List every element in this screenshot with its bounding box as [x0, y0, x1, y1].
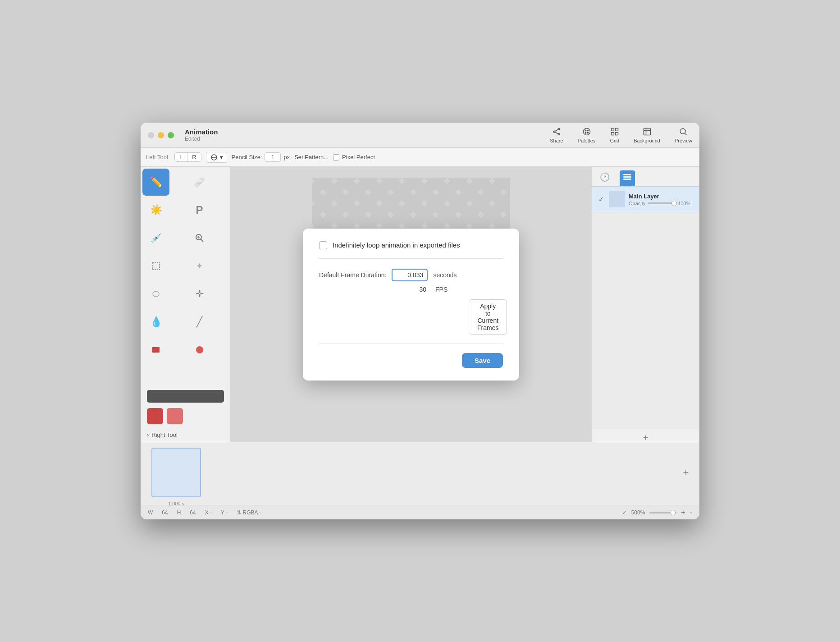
frame-duration-row: Default Frame Duration: seconds: [319, 269, 503, 281]
fill-tool[interactable]: 💧: [142, 308, 169, 335]
apply-row: Apply to Current Frames: [394, 299, 503, 335]
apply-to-current-frames-button[interactable]: Apply to Current Frames: [469, 299, 507, 335]
layer-check[interactable]: ✓: [597, 195, 605, 203]
svg-point-24: [153, 291, 159, 297]
color-swatch-row: [141, 404, 230, 428]
set-pattern-button[interactable]: Set Pattern...: [294, 154, 329, 160]
right-sidebar-tabs: 🕐: [592, 167, 699, 187]
pencil-size-label: Pencil Size:: [232, 154, 262, 160]
pixel-perfect-group: Pixel Perfect: [333, 154, 375, 160]
lasso-icon: [151, 289, 161, 299]
minimize-button[interactable]: [158, 132, 164, 138]
zoom-plus-button[interactable]: +: [681, 509, 685, 517]
foreground-color-swatch[interactable]: [147, 408, 163, 424]
zoom-slider[interactable]: [649, 512, 676, 514]
pixel-perfect-label: Pixel Perfect: [342, 154, 375, 160]
y-label: Y -: [221, 509, 228, 516]
color-mode: ⇅ RGBA -: [237, 509, 261, 516]
svg-point-26: [196, 346, 203, 353]
r-button[interactable]: R: [187, 153, 201, 161]
svg-rect-11: [615, 128, 618, 131]
right-sidebar: 🕐 ✓ Main Layer Opacity: [591, 167, 699, 442]
fps-label: FPS: [435, 286, 447, 293]
magnify-icon: [195, 233, 205, 243]
svg-rect-13: [615, 132, 618, 135]
circle-tool[interactable]: [186, 336, 213, 363]
sun-tool[interactable]: ☀️: [142, 197, 169, 224]
palettes-label: Palettes: [578, 138, 596, 143]
right-tool-row[interactable]: › Right Tool: [141, 428, 230, 442]
svg-point-1: [553, 131, 555, 132]
share-label: Share: [550, 138, 563, 143]
frame-duration-label: 1.000 s: [168, 501, 184, 506]
grid-action[interactable]: Grid: [610, 127, 619, 143]
modal-overlay: Indefinitely loop animation in exported …: [231, 167, 591, 442]
loop-checkbox[interactable]: [319, 241, 327, 249]
opacity-slider[interactable]: [648, 202, 675, 204]
eyedrop-tool[interactable]: 💉: [142, 225, 169, 252]
svg-rect-28: [623, 176, 631, 178]
pencil-size-unit: px: [283, 154, 290, 160]
mode-button[interactable]: ▾: [206, 152, 227, 163]
timeline-frame[interactable]: 1.000 s: [151, 448, 201, 497]
fps-row: 30 FPS: [394, 286, 503, 293]
app-title-subtitle: Edited: [185, 136, 218, 142]
app-title: Animation Edited: [185, 128, 218, 142]
canvas-area[interactable]: Indefinitely loop animation in exported …: [231, 167, 591, 442]
opacity-knob[interactable]: [671, 201, 677, 206]
zoom-value: 500%: [631, 509, 645, 516]
traffic-lights: [148, 132, 174, 138]
svg-rect-27: [623, 174, 631, 175]
pencil-size-input[interactable]: [265, 152, 281, 162]
select-tool[interactable]: [142, 252, 169, 280]
preview-label: Preview: [675, 138, 692, 143]
right-sidebar-empty: [592, 212, 699, 429]
maximize-button[interactable]: [168, 132, 174, 138]
animation-settings-modal: Indefinitely loop animation in exported …: [303, 229, 519, 381]
palettes-action[interactable]: Palettes: [578, 127, 596, 143]
lr-button-group: L R: [174, 152, 201, 162]
svg-rect-29: [623, 179, 631, 180]
line-tool[interactable]: ╱: [186, 308, 213, 335]
pencil-tool[interactable]: ✏️: [142, 169, 169, 196]
mode-icon: [210, 153, 218, 161]
tab-layers[interactable]: [620, 170, 635, 186]
l-button[interactable]: L: [175, 153, 187, 161]
tab-history[interactable]: 🕐: [597, 170, 612, 186]
frame-duration-label: Default Frame Duration:: [319, 271, 386, 279]
frame-duration-input[interactable]: [392, 269, 428, 281]
seconds-unit: seconds: [433, 271, 457, 279]
move-tool[interactable]: ✛: [186, 280, 213, 307]
text-tool[interactable]: P: [186, 197, 213, 224]
share-action[interactable]: Share: [550, 127, 563, 143]
sparkle-tool[interactable]: ✦: [186, 252, 213, 280]
layer-info: Main Layer Opacity 100%: [629, 193, 694, 206]
app-window: Animation Edited Share Palettes Grid Bac…: [141, 123, 699, 519]
pixel-perfect-checkbox[interactable]: [333, 154, 339, 160]
timeline-area: 1.000 s +: [141, 442, 699, 505]
svg-line-3: [555, 132, 558, 133]
magnify-tool[interactable]: [186, 225, 213, 252]
preview-action[interactable]: Preview: [675, 127, 692, 143]
zoom-minus-button[interactable]: -: [690, 509, 692, 517]
svg-line-16: [685, 133, 687, 135]
svg-point-15: [680, 128, 686, 134]
save-button[interactable]: Save: [462, 353, 503, 368]
svg-rect-14: [644, 128, 650, 135]
background-action[interactable]: Background: [634, 127, 660, 143]
fps-value: 30: [394, 286, 430, 293]
svg-point-6: [585, 130, 586, 131]
main-area: ✏️ 🩹 ☀️ P 💉 ✦ ✛: [141, 167, 699, 442]
eraser-tool[interactable]: 🩹: [186, 169, 213, 196]
rect-icon: [151, 345, 161, 355]
select-icon: [151, 261, 161, 271]
add-frame-button[interactable]: +: [680, 466, 692, 479]
close-button[interactable]: [148, 132, 154, 138]
add-layer-button[interactable]: +: [639, 429, 652, 442]
zoom-chevron: ✓: [622, 509, 627, 516]
rect-tool[interactable]: [142, 336, 169, 363]
left-tool-label: Left Tool: [146, 154, 168, 160]
lasso-tool[interactable]: [142, 280, 169, 307]
height-label: H: [177, 509, 181, 516]
background-color-swatch[interactable]: [167, 408, 183, 424]
